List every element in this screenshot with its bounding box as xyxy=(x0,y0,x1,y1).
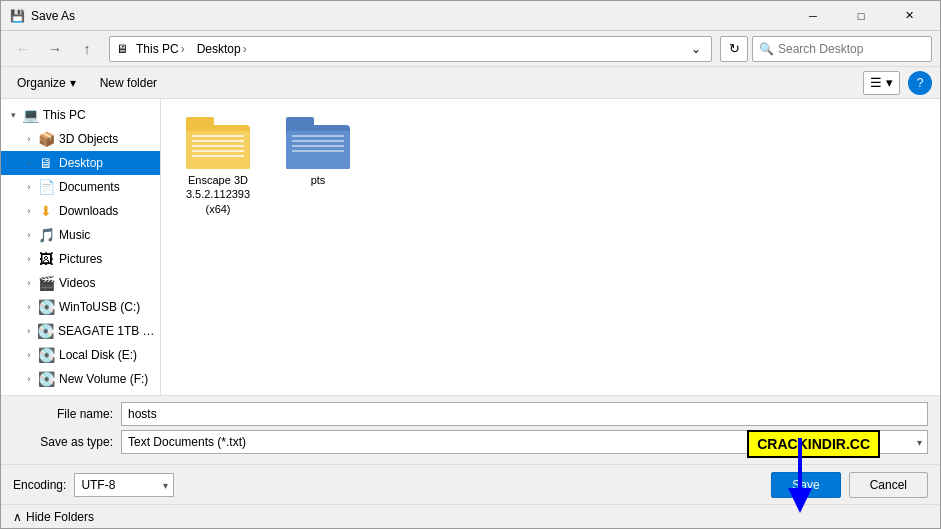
sidebar: ▾ 💻 This PC › 📦 3D Objects › 🖥 Desktop ›… xyxy=(1,99,161,395)
file-area: Enscape 3D3.5.2.112393 (x64) xyxy=(161,99,940,395)
3d-objects-label: 3D Objects xyxy=(59,132,118,146)
pts-folder-icon xyxy=(286,117,350,169)
view-button[interactable]: ☰ ▾ xyxy=(863,71,900,95)
videos-icon: 🎬 xyxy=(37,275,55,291)
svg-marker-1 xyxy=(788,488,812,513)
savetype-label: Save as type: xyxy=(13,435,113,449)
organize-label: Organize xyxy=(17,76,66,90)
desktop-label: Desktop xyxy=(59,156,103,170)
secondary-toolbar: Organize ▾ New folder ☰ ▾ ? xyxy=(1,67,940,99)
cancel-button[interactable]: Cancel xyxy=(849,472,928,498)
expand-icon: › xyxy=(21,203,37,219)
view-icon: ☰ xyxy=(870,75,882,90)
main-content: ▾ 💻 This PC › 📦 3D Objects › 🖥 Desktop ›… xyxy=(1,99,940,395)
pictures-label: Pictures xyxy=(59,252,102,266)
organize-button[interactable]: Organize ▾ xyxy=(9,71,84,95)
expand-icon: › xyxy=(21,131,37,147)
sidebar-item-volume-g[interactable]: › 💽 New Volume (G:) xyxy=(1,391,160,395)
volume-f-icon: 💽 xyxy=(37,371,55,387)
file-item-pts[interactable]: pts xyxy=(273,111,363,193)
sidebar-item-seagate[interactable]: › 💽 SEAGATE 1TB BA xyxy=(1,319,160,343)
breadcrumb-sep1: › xyxy=(181,42,185,56)
documents-icon: 📄 xyxy=(37,179,55,195)
up-button[interactable]: ↑ xyxy=(73,35,101,63)
expand-icon: › xyxy=(21,251,37,267)
forward-button[interactable]: → xyxy=(41,35,69,63)
sidebar-item-videos[interactable]: › 🎬 Videos xyxy=(1,271,160,295)
wintousb-label: WinToUSB (C:) xyxy=(59,300,140,314)
filename-row: File name: xyxy=(13,402,928,426)
breadcrumb-this-pc[interactable]: This PC › xyxy=(132,40,189,58)
desktop-icon: 🖥 xyxy=(37,155,55,171)
new-folder-button[interactable]: New folder xyxy=(92,71,165,95)
close-button[interactable]: ✕ xyxy=(886,1,932,31)
downloads-icon: ⬇ xyxy=(37,203,55,219)
downloads-label: Downloads xyxy=(59,204,118,218)
filename-label: File name: xyxy=(13,407,113,421)
sidebar-item-this-pc[interactable]: ▾ 💻 This PC xyxy=(1,103,160,127)
expand-icon: › xyxy=(21,323,37,339)
search-input[interactable] xyxy=(778,42,928,56)
encoding-group: Encoding: UTF-8 UTF-16 ANSI ▾ xyxy=(13,473,174,497)
sidebar-item-downloads[interactable]: › ⬇ Downloads xyxy=(1,199,160,223)
dialog-title: Save As xyxy=(31,9,790,23)
this-pc-icon: 💻 xyxy=(21,107,39,123)
refresh-button[interactable]: ↻ xyxy=(720,36,748,62)
back-button[interactable]: ← xyxy=(9,35,37,63)
hide-folders-chevron-icon: ∧ xyxy=(13,510,22,524)
new-folder-label: New folder xyxy=(100,76,157,90)
search-box[interactable]: 🔍 xyxy=(752,36,932,62)
volume-f-label: New Volume (F:) xyxy=(59,372,148,386)
sidebar-item-documents[interactable]: › 📄 Documents xyxy=(1,175,160,199)
breadcrumb-desktop[interactable]: Desktop › xyxy=(193,40,251,58)
help-button[interactable]: ? xyxy=(908,71,932,95)
seagate-label: SEAGATE 1TB BA xyxy=(58,324,156,338)
expand-icon: › xyxy=(21,179,37,195)
expand-icon: › xyxy=(21,299,37,315)
sidebar-item-pictures[interactable]: › 🖼 Pictures xyxy=(1,247,160,271)
encoding-select-wrapper: UTF-8 UTF-16 ANSI ▾ xyxy=(74,473,174,497)
sidebar-item-3d-objects[interactable]: › 📦 3D Objects xyxy=(1,127,160,151)
wintousb-icon: 💽 xyxy=(37,299,55,315)
window-controls: ─ □ ✕ xyxy=(790,1,932,31)
view-chevron-icon: ▾ xyxy=(886,75,893,90)
minimize-button[interactable]: ─ xyxy=(790,1,836,31)
encoding-label: Encoding: xyxy=(13,478,66,492)
sidebar-item-music[interactable]: › 🎵 Music xyxy=(1,223,160,247)
organize-chevron-icon: ▾ xyxy=(70,76,76,90)
expand-icon: › xyxy=(21,227,37,243)
seagate-icon: 💽 xyxy=(37,323,55,339)
address-toolbar: ← → ↑ 🖥 This PC › Desktop › ⌄ ↻ 🔍 xyxy=(1,31,940,67)
sidebar-item-local-e[interactable]: › 💽 Local Disk (E:) xyxy=(1,343,160,367)
documents-label: Documents xyxy=(59,180,120,194)
breadcrumb-sep2: › xyxy=(243,42,247,56)
maximize-button[interactable]: □ xyxy=(838,1,884,31)
sidebar-item-desktop[interactable]: › 🖥 Desktop xyxy=(1,151,160,175)
title-bar: 💾 Save As ─ □ ✕ xyxy=(1,1,940,31)
3d-objects-icon: 📦 xyxy=(37,131,55,147)
file-item-enscape[interactable]: Enscape 3D3.5.2.112393 (x64) xyxy=(173,111,263,222)
address-dropdown-icon[interactable]: ⌄ xyxy=(687,40,705,58)
sidebar-item-wintousb[interactable]: › 💽 WinToUSB (C:) xyxy=(1,295,160,319)
annotation-arrow xyxy=(760,438,840,518)
save-as-dialog: 💾 Save As ─ □ ✕ ← → ↑ 🖥 This PC › Deskto… xyxy=(0,0,941,529)
music-label: Music xyxy=(59,228,90,242)
local-e-icon: 💽 xyxy=(37,347,55,363)
pts-file-label: pts xyxy=(311,173,326,187)
enscape-folder-icon xyxy=(186,117,250,169)
expand-icon: › xyxy=(21,155,37,171)
sidebar-item-volume-f[interactable]: › 💽 New Volume (F:) xyxy=(1,367,160,391)
this-pc-icon: 🖥 xyxy=(116,42,128,56)
pictures-icon: 🖼 xyxy=(37,251,55,267)
dialog-icon: 💾 xyxy=(9,8,25,24)
hide-folders-label: Hide Folders xyxy=(26,510,94,524)
filename-input[interactable] xyxy=(121,402,928,426)
expand-icon: ▾ xyxy=(5,107,21,123)
encoding-select[interactable]: UTF-8 UTF-16 ANSI xyxy=(74,473,174,497)
address-bar[interactable]: 🖥 This PC › Desktop › ⌄ xyxy=(109,36,712,62)
enscape-file-label: Enscape 3D3.5.2.112393 (x64) xyxy=(179,173,257,216)
this-pc-label: This PC xyxy=(43,108,86,122)
expand-icon: › xyxy=(21,275,37,291)
videos-label: Videos xyxy=(59,276,95,290)
music-icon: 🎵 xyxy=(37,227,55,243)
